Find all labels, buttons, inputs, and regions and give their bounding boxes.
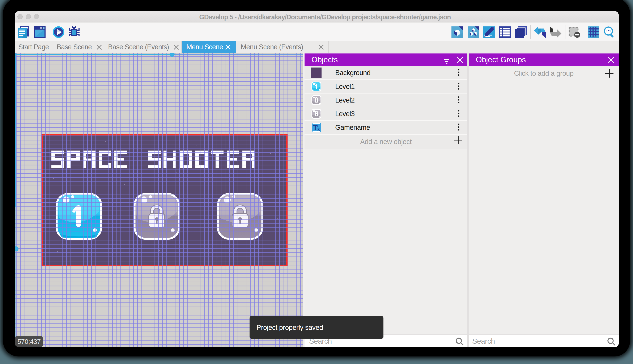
svg-text:1:1: 1:1 <box>606 29 611 33</box>
svg-text:T: T <box>313 124 318 132</box>
svg-text:x: x <box>318 127 320 132</box>
